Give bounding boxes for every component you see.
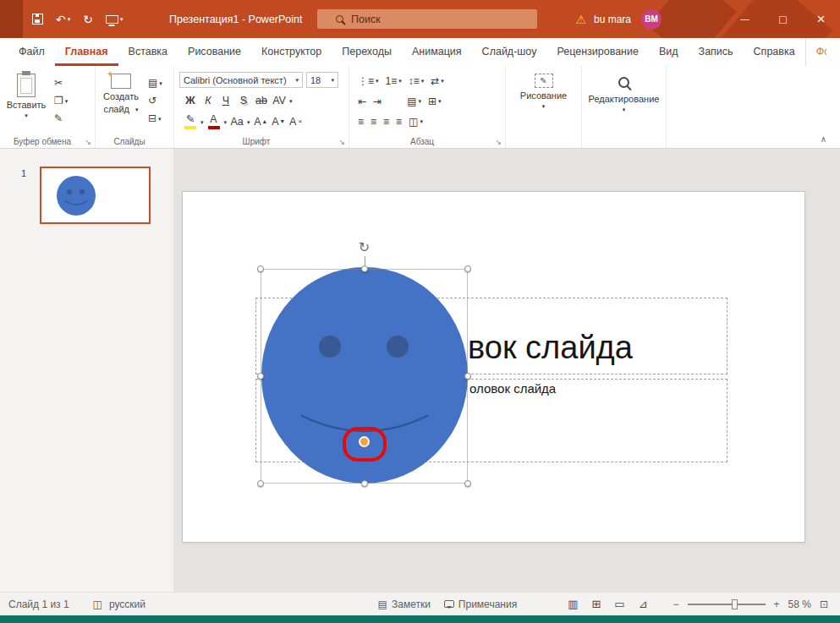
warning-icon[interactable]: ⚠ [575,13,586,26]
bold-button[interactable]: Ж [183,92,198,109]
new-slide-label-1: Создать [103,91,139,101]
normal-view-button[interactable]: ▥ [568,598,578,610]
tab-help[interactable]: Справка [744,38,805,66]
align-text-button[interactable]: ▤▾ [407,96,421,107]
tab-shape-format[interactable]: Формат фи [805,38,826,66]
resize-handle-bottom[interactable] [361,480,368,487]
slideshow-view-button[interactable]: ⊿ [639,598,648,610]
close-button[interactable]: × [802,0,840,38]
slide[interactable]: вок слайда оловок слайда ↻ [183,192,804,542]
editing-canvas: вок слайда оловок слайда ↻ [173,149,840,592]
bullets-button[interactable]: ⋮≡▾ [358,75,379,87]
convert-smartart-button[interactable]: ⊞▾ [428,96,442,107]
dialog-launcher-icon[interactable]: ↘ [338,138,345,146]
tab-review[interactable]: Рецензирование [546,38,649,66]
shrink-font-button[interactable]: А▾ [271,113,286,130]
search-input[interactable]: Поиск [317,9,537,29]
zoom-slider-thumb[interactable] [732,599,738,609]
proofing-icon[interactable]: ◫ [93,598,102,610]
zoom-in-button[interactable]: + [774,598,780,610]
rotate-handle-icon[interactable]: ↻ [359,239,370,255]
text-direction-button[interactable]: ⇄▾ [431,75,444,87]
reset-slide-button[interactable]: ↺ [148,95,162,107]
comments-toggle[interactable]: Примечания [444,598,517,610]
font-name-combo[interactable]: Calibri (Основной текст) ▾ [179,72,303,88]
maximize-button[interactable]: □ [764,0,802,38]
fit-to-window-button[interactable]: ⊡ [820,598,828,610]
resize-handle-top[interactable] [361,265,368,272]
new-slide-button[interactable]: ✦ Создать слайд ▾ [99,69,143,134]
statusbar-right: ▤ Заметки Примечания ▥ ⊞ ▭ ⊿ − + 58 % ⊡ [378,598,832,610]
zoom-slider[interactable] [688,604,766,605]
tab-design[interactable]: Конструктор [251,38,332,66]
group-drawing: ✎ Рисование ▾ [506,66,582,148]
resize-handle-top-right[interactable] [464,265,471,272]
slide-thumbnail[interactable] [40,167,151,224]
strikethrough-button[interactable]: ab [254,92,269,109]
reading-view-button[interactable]: ▭ [614,598,624,610]
redo-button[interactable]: ↻ [83,14,93,25]
cut-button[interactable]: ✂ [54,77,68,89]
resize-handle-bottom-right[interactable] [464,480,471,487]
change-case-button[interactable]: Aa [229,113,244,130]
undo-button[interactable]: ↶ ▾ [56,14,70,25]
tab-view[interactable]: Вид [649,38,689,66]
tab-insert[interactable]: Вставка [118,38,178,66]
align-center-button[interactable]: ≡ [371,116,376,128]
tab-draw[interactable]: Рисование [178,38,251,66]
tab-file[interactable]: Файл [8,38,55,66]
italic-button[interactable]: К [200,92,216,109]
slide-number: 1 [21,168,26,178]
copy-button[interactable]: ❐▾ [54,95,68,107]
notes-toggle[interactable]: ▤ Заметки [378,598,431,610]
slide-subtitle-text[interactable]: оловок слайда [469,381,556,396]
slide-sorter-view-button[interactable]: ⊞ [591,598,601,610]
avatar[interactable]: BM [641,9,662,30]
zoom-out-button[interactable]: − [673,598,679,610]
align-justify-button[interactable]: ≡ [396,116,402,128]
highlight-color-button[interactable]: ✎ [183,113,198,130]
minimize-button[interactable]: ─ [726,0,764,38]
ribbon: Вставить ▾ ✂ ❐▾ ✎ Буфер обмена ↘ ✦ Созда… [0,66,840,149]
account-name[interactable]: bu mara [594,14,631,25]
clear-formatting-button[interactable]: А× [288,113,304,130]
language-indicator[interactable]: русский [109,598,145,610]
tab-record[interactable]: Запись [689,38,744,66]
font-color-button[interactable]: А [206,113,222,130]
underline-button[interactable]: Ч [218,92,233,109]
group-slides: ✦ Создать слайд ▾ ▤▾ ↺ ⊟▾ Слайды [96,66,174,148]
increase-indent-button[interactable]: ⇥ [373,96,382,107]
paste-button[interactable]: Вставить ▾ [3,69,49,134]
highlighter-icon: ✎ [186,114,195,125]
dialog-launcher-icon[interactable]: ↘ [495,138,502,146]
save-button[interactable] [32,14,43,25]
format-painter-button[interactable]: ✎ [54,112,68,124]
drawing-button[interactable]: ✎ Рисование ▾ [520,69,567,134]
resize-handle-top-left[interactable] [257,265,264,272]
grow-font-button[interactable]: А▴ [253,113,268,130]
character-spacing-button[interactable]: AV [272,92,287,109]
line-spacing-button[interactable]: ↕≡▾ [409,75,425,87]
tab-animations[interactable]: Анимация [402,38,472,66]
zoom-percentage[interactable]: 58 % [788,598,811,610]
section-button[interactable]: ⊟▾ [148,112,162,124]
text-shadow-button[interactable]: S [236,92,251,109]
slide-title-text[interactable]: вок слайда [468,330,633,366]
slide-layout-button[interactable]: ▤▾ [148,77,162,89]
resize-handle-left[interactable] [257,373,264,380]
editing-button[interactable]: Редактирование ▾ [589,69,660,134]
resize-handle-bottom-left[interactable] [257,480,264,487]
tab-home[interactable]: Главная [55,38,118,66]
start-slideshow-button[interactable]: ▾ [106,15,124,24]
tab-transitions[interactable]: Переходы [332,38,402,66]
dialog-launcher-icon[interactable]: ↘ [85,138,91,146]
resize-handle-right[interactable] [464,373,471,380]
tab-slideshow[interactable]: Слайд-шоу [472,38,547,66]
collapse-ribbon-button[interactable]: ∧ [821,134,826,144]
align-right-button[interactable]: ≡ [383,116,389,128]
decrease-indent-button[interactable]: ⇤ [358,96,366,107]
columns-button[interactable]: ◫▾ [409,116,423,128]
numbering-button[interactable]: 1≡▾ [386,75,402,87]
align-left-button[interactable]: ≡ [358,116,364,128]
font-size-combo[interactable]: 18 ▾ [306,72,338,88]
